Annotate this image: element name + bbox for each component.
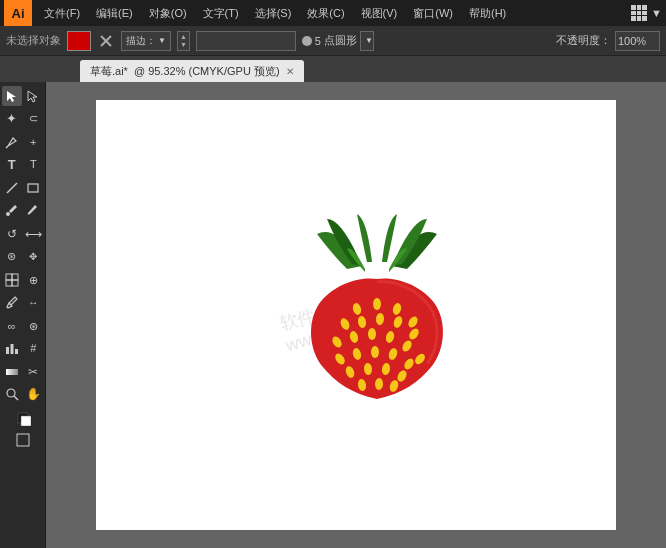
fill-swatch[interactable] (13, 408, 33, 428)
menu-select[interactable]: 选择(S) (247, 0, 300, 26)
menu-help[interactable]: 帮助(H) (461, 0, 514, 26)
opacity-input[interactable] (615, 31, 660, 51)
hand-tool[interactable]: ✋ (24, 384, 44, 404)
line-tool[interactable] (2, 178, 22, 198)
svg-rect-4 (28, 184, 38, 192)
svg-rect-9 (6, 280, 12, 286)
fill-color-swatch[interactable] (67, 31, 91, 51)
type-tool[interactable]: T (2, 154, 22, 174)
stroke-none-icon[interactable] (97, 32, 115, 50)
direct-selection-tool[interactable] (24, 86, 44, 106)
svg-line-15 (14, 396, 18, 400)
menu-window[interactable]: 窗口(W) (405, 0, 461, 26)
brush-size-area: 5 点圆形 (302, 31, 374, 51)
menu-edit[interactable]: 编辑(E) (88, 0, 141, 26)
column-graph-tool[interactable] (2, 338, 22, 358)
strawberry-illustration (277, 204, 477, 426)
menu-object[interactable]: 对象(O) (141, 0, 195, 26)
opacity-area: 不透明度： (556, 31, 660, 51)
rectangle-tool[interactable] (24, 178, 44, 198)
free-transform-tool[interactable]: ✥ (24, 246, 44, 266)
gradient-tool[interactable] (2, 362, 22, 382)
svg-rect-11 (10, 344, 13, 354)
svg-rect-12 (15, 349, 18, 354)
svg-point-36 (371, 346, 379, 358)
live-paint-tool[interactable]: ⊕ (24, 270, 44, 290)
magic-wand-tool[interactable]: ✦ (2, 108, 22, 128)
svg-rect-13 (6, 369, 18, 375)
stroke-style-bar (196, 31, 296, 51)
lasso-tool[interactable]: ⊂ (24, 108, 44, 128)
svg-rect-10 (6, 347, 9, 354)
mesh-tool[interactable]: # (24, 338, 44, 358)
rotate-tool[interactable]: ↺ (2, 224, 22, 244)
svg-point-14 (7, 389, 15, 397)
measure-tool[interactable]: ↔ (24, 292, 44, 312)
warp-tool[interactable]: ⊛ (2, 246, 22, 266)
stroke-spinner[interactable]: ▲▼ (177, 31, 190, 51)
options-bar: 未选择对象 描边： ▲▼ 5 点圆形 不透明度： (0, 26, 666, 56)
workspace-switcher-icon[interactable] (631, 5, 647, 21)
scissors-tool[interactable]: ✂ (24, 362, 44, 382)
no-selection-label: 未选择对象 (6, 33, 61, 48)
strawberry-leaves (317, 209, 437, 272)
workspace-dropdown[interactable]: ▼ (651, 7, 662, 19)
blob-brush-tool[interactable] (24, 200, 44, 220)
brush-size-value: 5 (315, 35, 321, 47)
ai-logo: Ai (4, 0, 32, 26)
zoom-tool[interactable] (2, 384, 22, 404)
paintbrush-tool[interactable] (2, 200, 22, 220)
brush-shape-label: 点圆形 (324, 33, 357, 48)
title-bar-right: ▼ (631, 5, 662, 21)
menu-view[interactable]: 视图(V) (353, 0, 406, 26)
canvas-area: 软件中文网 www.ruanhjcn.com (46, 82, 666, 548)
main-area: ✦ ⊂ + T T (0, 82, 666, 548)
blend-tool[interactable]: ∞ (2, 316, 22, 336)
opacity-label: 不透明度： (556, 33, 611, 48)
svg-point-20 (373, 298, 381, 310)
svg-point-5 (6, 212, 10, 216)
artboard: 软件中文网 www.ruanhjcn.com (96, 100, 616, 530)
vertical-type-tool[interactable]: T (24, 154, 44, 174)
document-tab[interactable]: 草莓.ai* @ 95.32% (CMYK/GPU 预览) ✕ (80, 60, 304, 82)
reflect-tool[interactable]: ⟷ (24, 224, 44, 244)
svg-marker-1 (28, 91, 37, 102)
tab-bar: 草莓.ai* @ 95.32% (CMYK/GPU 预览) ✕ (0, 56, 666, 82)
eyedropper-tool[interactable] (2, 292, 22, 312)
tab-info: @ 95.32% (CMYK/GPU 预览) (134, 64, 280, 79)
svg-rect-18 (17, 434, 29, 446)
svg-line-2 (6, 146, 8, 148)
title-bar: Ai 文件(F) 编辑(E) 对象(O) 文字(T) 选择(S) 效果(C) 视… (0, 0, 666, 26)
svg-rect-7 (12, 280, 18, 286)
stroke-dropdown[interactable]: 描边： (121, 31, 171, 51)
pen-tool[interactable] (2, 132, 22, 152)
menu-bar: 文件(F) 编辑(E) 对象(O) 文字(T) 选择(S) 效果(C) 视图(V… (36, 0, 631, 26)
brush-shape-dropdown[interactable] (360, 31, 374, 51)
svg-rect-6 (6, 274, 12, 280)
menu-effect[interactable]: 效果(C) (299, 0, 352, 26)
menu-type[interactable]: 文字(T) (195, 0, 247, 26)
svg-rect-8 (12, 274, 18, 280)
brush-dot-icon (302, 36, 312, 46)
svg-line-3 (7, 183, 17, 193)
drawing-mode-normal[interactable] (13, 430, 33, 450)
toolbar: ✦ ⊂ + T T (0, 82, 46, 548)
symbol-sprayer-tool[interactable]: ⊛ (24, 316, 44, 336)
tab-close-button[interactable]: ✕ (286, 66, 294, 77)
menu-file[interactable]: 文件(F) (36, 0, 88, 26)
svg-point-30 (368, 328, 376, 340)
svg-rect-17 (21, 416, 31, 426)
svg-marker-0 (7, 91, 16, 102)
shape-builder-tool[interactable] (2, 270, 22, 290)
add-anchor-tool[interactable]: + (24, 132, 44, 152)
tab-filename: 草莓.ai* (90, 64, 128, 79)
selection-tool[interactable] (2, 86, 22, 106)
